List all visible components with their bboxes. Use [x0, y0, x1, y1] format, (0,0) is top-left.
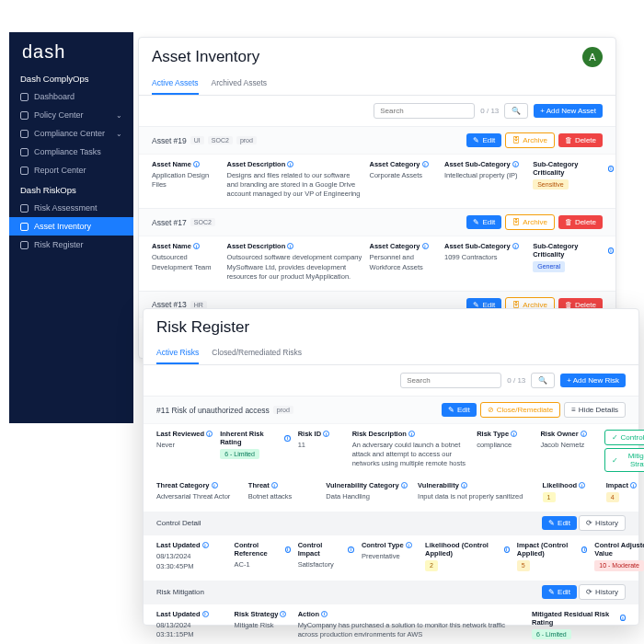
nav-icon — [20, 111, 29, 120]
info-icon[interactable]: i — [206, 431, 213, 437]
edit-button[interactable]: ✎ Edit — [442, 403, 477, 417]
info-icon[interactable]: i — [512, 161, 519, 167]
risk-desc: An adversary could launch a botnet attac… — [352, 441, 470, 468]
delete-button[interactable]: 🗑 Delete — [558, 133, 603, 147]
sidebar-item[interactable]: Report Center — [9, 161, 133, 179]
info-icon[interactable]: i — [511, 431, 517, 437]
info-icon[interactable]: i — [193, 243, 200, 249]
hide-details-button[interactable]: ≡ Hide Details — [564, 402, 626, 418]
info-icon[interactable]: i — [630, 482, 637, 489]
nav-icon — [20, 148, 29, 156]
page-title: Asset Inventory — [152, 48, 259, 66]
info-icon[interactable]: i — [401, 482, 408, 489]
tab-active-assets[interactable]: Active Assets — [152, 75, 199, 95]
sidebar-item[interactable]: Policy Center⌄ — [9, 106, 133, 124]
add-new-risk-button[interactable]: + Add New Risk — [560, 374, 626, 387]
asset-cat: Personnel and Workforce Assets — [370, 253, 438, 271]
risk-row-header: #11 Risk of unauthorized access prod ✎ E… — [144, 396, 638, 423]
sidebar-item-label: Compliance Center — [34, 129, 105, 138]
edit-button[interactable]: ✎ Edit — [542, 516, 577, 530]
tab-archived-assets[interactable]: Archived Assets — [212, 75, 267, 95]
info-icon[interactable]: i — [287, 161, 293, 167]
info-icon[interactable]: i — [406, 542, 412, 548]
edit-button[interactable]: ✎ Edit — [542, 585, 577, 599]
tab-closed-risks[interactable]: Closed/Remediated Risks — [212, 344, 302, 364]
sidebar-item[interactable]: Compliance Tasks — [9, 143, 133, 161]
info-icon[interactable]: i — [193, 161, 200, 167]
history-button[interactable]: ⟳ History — [579, 584, 626, 600]
edit-button[interactable]: ✎ Edit — [466, 133, 501, 147]
asset-tag: UI — [190, 136, 204, 144]
info-icon[interactable]: i — [408, 431, 415, 437]
add-new-asset-button[interactable]: + Add New Asset — [534, 104, 603, 118]
info-icon[interactable]: i — [348, 546, 354, 553]
info-icon[interactable]: i — [202, 542, 209, 548]
search-input[interactable] — [400, 373, 501, 388]
info-icon[interactable]: i — [422, 161, 429, 167]
info-icon[interactable]: i — [512, 243, 519, 249]
sidebar-item[interactable]: Compliance Center⌄ — [9, 124, 133, 143]
info-icon[interactable]: i — [321, 611, 328, 617]
search-button[interactable]: 🔍 — [531, 373, 555, 388]
edit-button[interactable]: ✎ Edit — [466, 215, 501, 229]
sidebar-item-label: Report Center — [34, 166, 86, 175]
asset-tag: SOC2 — [208, 136, 233, 144]
risk-id: 11 — [298, 441, 345, 450]
info-icon[interactable]: i — [271, 482, 278, 489]
info-icon[interactable]: i — [323, 431, 329, 437]
info-icon[interactable]: i — [504, 546, 510, 553]
info-icon[interactable]: i — [287, 243, 293, 249]
sidebar-item[interactable]: Risk Assessment — [9, 199, 133, 217]
nav-icon — [20, 223, 29, 231]
sidebar-item[interactable]: Asset Inventory — [9, 217, 133, 236]
sidebar-item-label: Dashboard — [34, 92, 75, 101]
info-icon[interactable]: i — [579, 482, 585, 489]
threat-category: Adversarial Threat Actor — [156, 492, 241, 501]
search-input[interactable] — [374, 103, 475, 119]
asset-row-header: Asset #19 UI SOC2 prod ✎ Edit 🗄 Archive … — [139, 126, 615, 154]
avatar[interactable]: A — [582, 47, 603, 67]
vulnerability: Input data is not properly sanitized — [418, 492, 535, 501]
risk-tabs: Active Risks Closed/Remediated Risks — [144, 340, 638, 365]
sidebar-item-label: Policy Center — [34, 110, 84, 120]
nav-icon — [20, 130, 29, 138]
chevron-down-icon: ⌄ — [116, 130, 122, 138]
risk-id-title: #11 Risk of unauthorized access — [156, 406, 270, 415]
delete-button[interactable]: 🗑 Delete — [558, 215, 603, 229]
sidebar: dash Dash ComplyOps DashboardPolicy Cent… — [9, 32, 133, 423]
nav-icon — [20, 93, 29, 101]
info-icon[interactable]: i — [422, 243, 429, 249]
info-icon[interactable]: i — [285, 546, 291, 553]
control-detail-button[interactable]: ✓ Control Detail — [604, 430, 644, 445]
risk-owner: Jacob Nemetz — [540, 441, 596, 450]
info-icon[interactable]: i — [202, 611, 209, 617]
criticality-chip: Sensitive — [533, 179, 568, 190]
archive-button[interactable]: 🗄 Archive — [505, 132, 555, 148]
sidebar-item-label: Asset Inventory — [34, 222, 91, 231]
asset-tag: SOC2 — [190, 218, 215, 226]
mitigation-strategy-button[interactable]: ✓ Mitigation Strategy — [604, 448, 644, 472]
info-icon[interactable]: i — [620, 615, 626, 621]
info-icon[interactable]: i — [280, 611, 286, 617]
control-ref: AC-1 — [235, 560, 291, 569]
info-icon[interactable]: i — [608, 247, 615, 254]
info-icon[interactable]: i — [212, 482, 218, 489]
sidebar-item[interactable]: Risk Register — [9, 236, 133, 254]
tab-active-risks[interactable]: Active Risks — [156, 344, 199, 364]
info-icon[interactable]: i — [608, 166, 615, 172]
sidebar-item-label: Compliance Tasks — [34, 147, 101, 156]
asset-id: Asset #17 — [152, 218, 187, 227]
search-button[interactable]: 🔍 — [504, 103, 528, 119]
risk-strategy: Mitigate Risk — [235, 621, 291, 630]
info-icon[interactable]: i — [581, 546, 587, 553]
info-icon[interactable]: i — [581, 431, 587, 437]
archive-button[interactable]: 🗄 Archive — [505, 214, 555, 230]
close-remediate-button[interactable]: ⊘ Close/Remediate — [480, 402, 560, 418]
info-icon[interactable]: i — [284, 435, 291, 442]
info-icon[interactable]: i — [461, 482, 467, 489]
result-counter: 0 / 13 — [507, 376, 525, 385]
sidebar-item[interactable]: Dashboard — [9, 87, 133, 106]
history-button[interactable]: ⟳ History — [579, 515, 626, 531]
last-reviewed: Never — [156, 441, 213, 450]
nav-icon — [20, 167, 29, 175]
